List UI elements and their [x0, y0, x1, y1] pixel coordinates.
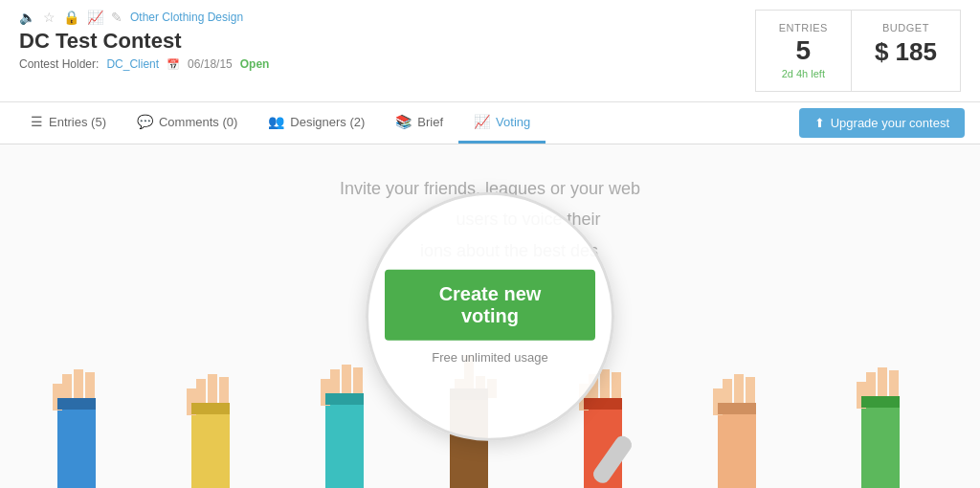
- tabs-list: ☰ Entries (5) 💬 Comments (0) 👥 Designers…: [15, 102, 546, 144]
- entries-stat: ENTRIES 5 2d 4h left: [755, 10, 851, 92]
- tab-comments-label: Comments (0): [159, 115, 237, 129]
- brief-tab-icon: 📚: [395, 114, 412, 129]
- header-stats: ENTRIES 5 2d 4h left BUDGET $ 185: [755, 10, 961, 92]
- budget-value: $ 185: [875, 37, 937, 67]
- holder-link[interactable]: DC_Client: [106, 57, 159, 71]
- star-icon: ☆: [43, 10, 56, 25]
- magnifier: Create new voting Free unlimited usage: [366, 192, 614, 441]
- contest-status: Open: [240, 57, 270, 71]
- tab-brief-label: Brief: [417, 115, 443, 129]
- header: 🔈 ☆ 🔒 📈 ✎ Other Clothing Design DC Test …: [0, 0, 980, 102]
- edit-icon: ✎: [111, 10, 122, 25]
- header-left: 🔈 ☆ 🔒 📈 ✎ Other Clothing Design DC Test …: [19, 10, 755, 71]
- tab-entries[interactable]: ☰ Entries (5): [15, 102, 122, 144]
- entries-count: 5: [779, 37, 828, 64]
- svg-rect-30: [718, 408, 756, 488]
- svg-rect-6: [191, 408, 230, 488]
- tab-comments[interactable]: 💬 Comments (0): [122, 102, 253, 144]
- svg-rect-29: [584, 398, 622, 410]
- entries-time: 2d 4h left: [779, 68, 828, 79]
- tab-designers-label: Designers (2): [290, 115, 365, 129]
- tab-designers[interactable]: 👥 Designers (2): [253, 102, 380, 144]
- designers-tab-icon: 👥: [268, 114, 284, 129]
- share-icon: 🔈: [19, 10, 35, 25]
- holder-label: Contest Holder:: [19, 57, 99, 71]
- contest-date: 06/18/15: [188, 57, 233, 71]
- svg-rect-35: [718, 403, 756, 414]
- svg-rect-12: [325, 398, 364, 488]
- calendar-icon: 📅: [167, 58, 180, 71]
- budget-stat: BUDGET $ 185: [851, 10, 961, 92]
- tab-voting[interactable]: 📈 Voting: [458, 102, 546, 144]
- tabs-bar: ☰ Entries (5) 💬 Comments (0) 👥 Designers…: [0, 102, 980, 144]
- contest-meta: Contest Holder: DC_Client 📅 06/18/15 Ope…: [19, 57, 755, 71]
- tab-brief[interactable]: 📚 Brief: [380, 102, 458, 144]
- svg-rect-36: [861, 401, 900, 488]
- entries-tab-icon: ☰: [31, 114, 43, 129]
- budget-label: BUDGET: [875, 22, 937, 33]
- create-voting-button[interactable]: Create new voting: [385, 269, 595, 340]
- svg-rect-17: [325, 393, 364, 405]
- svg-rect-5: [57, 398, 96, 410]
- free-usage-text: Free unlimited usage: [432, 349, 547, 364]
- svg-rect-11: [191, 403, 230, 414]
- lock-icon: 🔒: [63, 10, 79, 25]
- svg-rect-0: [57, 403, 96, 488]
- comments-tab-icon: 💬: [137, 114, 153, 129]
- tab-entries-label: Entries (5): [49, 115, 106, 129]
- upgrade-icon: ⬆: [814, 116, 825, 130]
- category-link[interactable]: Other Clothing Design: [130, 11, 243, 24]
- svg-rect-41: [861, 396, 900, 408]
- entries-label: ENTRIES: [779, 22, 828, 33]
- voting-tab-icon: 📈: [474, 114, 490, 129]
- main-content: Invite your friends, leagues or your web…: [0, 144, 980, 488]
- tab-voting-label: Voting: [496, 115, 530, 129]
- upgrade-button[interactable]: ⬆ Upgrade your contest: [799, 108, 965, 138]
- contest-title: DC Test Contest: [19, 29, 755, 54]
- chart-icon: 📈: [87, 10, 103, 25]
- upgrade-label: Upgrade your contest: [831, 116, 949, 130]
- header-icons: 🔈 ☆ 🔒 📈 ✎ Other Clothing Design: [19, 10, 755, 25]
